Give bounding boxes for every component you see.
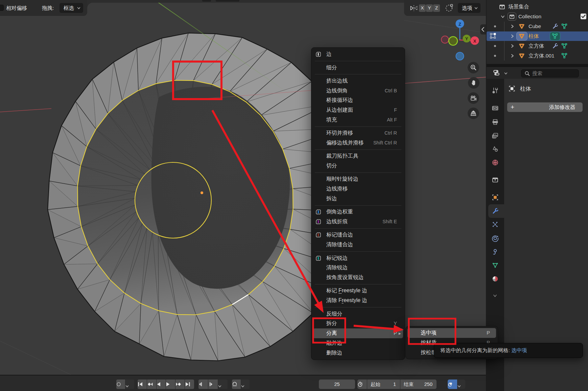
properties-tab-constraints[interactable]	[488, 245, 504, 259]
submenu-item[interactable]: 选中项P	[407, 328, 496, 338]
properties-tab-collection[interactable]	[488, 173, 504, 187]
mirror-z-button[interactable]: Z	[433, 4, 440, 12]
properties-tab-output[interactable]	[488, 115, 504, 129]
drag-mode-dropdown[interactable]: 框选	[60, 3, 83, 13]
3d-viewport[interactable]: Y X Z 相对偏移 拖拽: 框选 X Y Z	[0, 0, 486, 375]
menu-item[interactable]: 标记 Freestyle 边	[313, 286, 403, 296]
properties-tab-scene[interactable]	[488, 142, 504, 156]
outliner-editor[interactable]: 场景集合 Collection Cube 柱体 立方体 立方体.001	[487, 0, 588, 64]
gizmo-neg-z-ball[interactable]	[456, 52, 464, 60]
frame-jump-dropdown[interactable]	[218, 380, 228, 389]
outliner-row[interactable]: 立方体	[487, 41, 588, 51]
auto-key-dropdown[interactable]	[125, 380, 134, 389]
menu-item[interactable]: 细分	[313, 63, 403, 73]
menu-item[interactable]: 顺时针旋转边	[313, 174, 403, 184]
play-reverse-button[interactable]	[157, 380, 166, 389]
menu-item[interactable]: 反细分	[313, 309, 403, 319]
menu-item[interactable]: 边线滑移	[313, 184, 403, 194]
chevron-right-icon[interactable]	[510, 44, 515, 50]
use-preview-range-button[interactable]	[357, 380, 367, 389]
properties-tab-material[interactable]	[488, 272, 504, 286]
mirror-x-button[interactable]: X	[419, 4, 426, 12]
properties-tab-object[interactable]	[488, 191, 504, 204]
properties-tab-world[interactable]	[488, 156, 504, 169]
relative-offset-checkbox[interactable]	[0, 5, 4, 11]
next-keyframe-button[interactable]	[175, 380, 185, 389]
sync-dropdown[interactable]	[457, 380, 465, 389]
chevron-right-icon[interactable]	[510, 53, 515, 60]
menu-item[interactable]: 拆分Y	[313, 319, 403, 328]
frame-end-field[interactable]: 结束250	[400, 380, 437, 389]
properties-tabs-overflow-icon[interactable]	[488, 290, 504, 304]
outliner-row-collection[interactable]: Collection	[487, 12, 588, 21]
auto-key-button[interactable]	[116, 380, 125, 389]
menu-item[interactable]: 从边创建面F	[313, 105, 403, 115]
menu-item[interactable]: 挤出边线	[313, 76, 403, 86]
timeline-editor[interactable]: 25 起始1 结束250	[0, 375, 486, 391]
jump-to-start-button[interactable]	[138, 380, 147, 389]
options-dropdown[interactable]: 选项	[458, 3, 480, 13]
zoom-button[interactable]	[468, 62, 479, 73]
menu-item[interactable]: 拆边	[313, 194, 403, 204]
properties-search-input[interactable]: 搜索	[521, 69, 579, 77]
menu-item[interactable]: 边线折痕Shift E	[313, 217, 403, 227]
pan-hand-button[interactable]	[468, 77, 479, 89]
collection-checkbox[interactable]	[580, 13, 587, 21]
editor-type-button[interactable]	[493, 69, 508, 78]
keying-popover-button[interactable]	[232, 380, 241, 389]
sync-mode-button[interactable]	[448, 380, 457, 389]
properties-tab-render[interactable]	[488, 101, 504, 115]
menu-item[interactable]: 标记缝合边	[313, 230, 403, 240]
current-frame-field[interactable]: 25	[319, 380, 355, 389]
menu-item[interactable]: 倒角边权重	[313, 207, 403, 217]
editor-splitter[interactable]	[487, 64, 588, 67]
mesh-data-icon[interactable]	[561, 43, 568, 51]
proportional-edit-icon[interactable]	[444, 3, 454, 15]
jump-to-end-button[interactable]	[185, 380, 194, 389]
sidebar-collapse-tab[interactable]	[480, 24, 486, 34]
prev-frame-button[interactable]	[198, 380, 208, 389]
outliner-row[interactable]: Cube	[487, 22, 588, 31]
menu-item[interactable]: 环切并滑移Ctrl R	[313, 128, 403, 138]
play-button[interactable]	[166, 380, 175, 389]
menu-item[interactable]: 边线倒角Ctrl B	[313, 86, 403, 96]
keying-dropdown[interactable]	[241, 380, 250, 389]
add-modifier-button[interactable]: + 添加修改器	[507, 102, 583, 112]
properties-tab-physics[interactable]	[488, 232, 504, 245]
properties-editor[interactable]: 搜索 柱体 + 添加修改器	[487, 67, 588, 391]
outliner-row[interactable]: 立方体.001	[487, 51, 588, 61]
mesh-data-icon[interactable]	[561, 23, 568, 31]
menu-item[interactable]: 填充Alt F	[313, 115, 403, 125]
menu-item[interactable]: 切分	[313, 161, 403, 171]
properties-tab-modifiers[interactable]	[488, 204, 504, 218]
prev-keyframe-button[interactable]	[147, 380, 156, 389]
chevron-down-icon[interactable]	[500, 14, 505, 20]
gizmo-neg-x-ball[interactable]	[441, 36, 449, 43]
outliner-row-scene-collection[interactable]: 场景集合	[487, 2, 588, 12]
properties-tab-particles[interactable]	[488, 218, 504, 231]
mesh-data-icon[interactable]	[551, 33, 558, 41]
menu-item[interactable]: 裁刀拓扑工具	[313, 151, 403, 161]
modifier-wrench-icon[interactable]	[552, 43, 559, 51]
menu-item[interactable]: 按角度设置锐边	[313, 273, 403, 282]
menu-item[interactable]: 分离P▶	[313, 328, 403, 338]
frame-start-field[interactable]: 起始1	[367, 380, 400, 389]
menu-item[interactable]: 清除 Freestyle 边	[313, 296, 403, 305]
mirror-icon[interactable]	[409, 4, 418, 14]
chevron-right-icon[interactable]	[510, 24, 515, 30]
mesh-data-icon[interactable]	[561, 52, 568, 61]
chevron-right-icon[interactable]	[510, 34, 515, 40]
modifier-wrench-icon[interactable]	[552, 23, 559, 31]
menu-item[interactable]: 桥接循环边	[313, 95, 403, 105]
outliner-row[interactable]: 柱体	[487, 31, 588, 41]
camera-view-button[interactable]	[468, 92, 479, 104]
gizmo-neg-y-ball[interactable]	[449, 37, 457, 45]
perspective-toggle-button[interactable]	[468, 108, 479, 119]
menu-item[interactable]: 标记锐边	[313, 253, 403, 263]
menu-item[interactable]: 融并边	[313, 338, 403, 348]
next-frame-button[interactable]	[208, 380, 218, 389]
viewport-canvas[interactable]: Y X Z	[0, 0, 486, 375]
menu-item[interactable]: 删除边	[313, 348, 403, 358]
menu-item[interactable]: 偏移边线并滑移Shift Ctrl R	[313, 138, 403, 148]
mirror-y-button[interactable]: Y	[426, 4, 433, 12]
